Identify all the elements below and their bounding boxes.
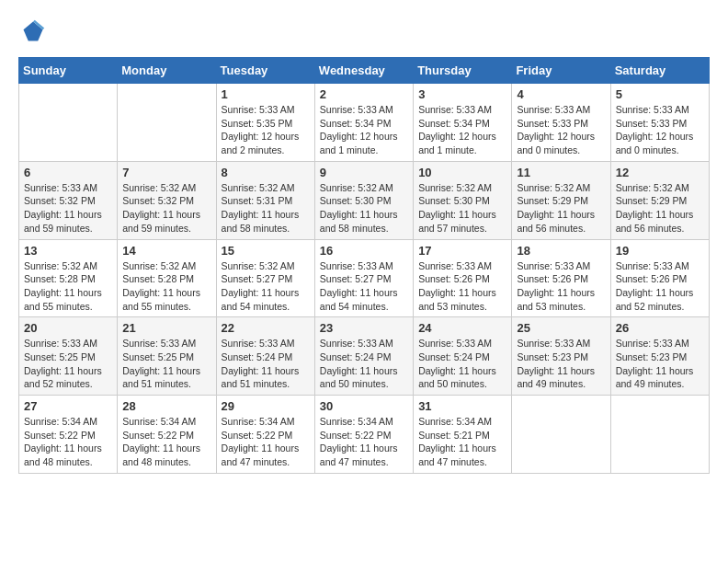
calendar-cell	[118, 84, 216, 162]
day-content: Sunrise: 5:32 AM Sunset: 5:29 PM Dayligh…	[517, 181, 605, 236]
day-content: Sunrise: 5:32 AM Sunset: 5:30 PM Dayligh…	[418, 181, 506, 236]
day-content: Sunrise: 5:34 AM Sunset: 5:22 PM Dayligh…	[320, 415, 408, 469]
week-row-3: 20Sunrise: 5:33 AM Sunset: 5:25 PM Dayli…	[19, 317, 710, 396]
calendar-cell: 24Sunrise: 5:33 AM Sunset: 5:24 PM Dayli…	[414, 317, 512, 396]
day-content: Sunrise: 5:33 AM Sunset: 5:26 PM Dayligh…	[418, 259, 506, 314]
header-cell-friday: Friday	[512, 58, 610, 84]
day-content: Sunrise: 5:33 AM Sunset: 5:33 PM Dayligh…	[517, 103, 605, 157]
day-number: 31	[418, 399, 506, 413]
header-cell-tuesday: Tuesday	[216, 58, 314, 84]
day-number: 23	[320, 321, 408, 335]
day-content: Sunrise: 5:33 AM Sunset: 5:23 PM Dayligh…	[616, 337, 704, 391]
header-cell-monday: Monday	[118, 58, 216, 84]
day-number: 2	[320, 87, 408, 101]
day-content: Sunrise: 5:33 AM Sunset: 5:26 PM Dayligh…	[517, 259, 605, 314]
day-number: 17	[418, 244, 506, 258]
day-content: Sunrise: 5:33 AM Sunset: 5:27 PM Dayligh…	[320, 259, 408, 314]
day-number: 18	[517, 244, 605, 258]
logo	[18, 18, 46, 48]
day-number: 4	[517, 87, 605, 101]
calendar-cell: 10Sunrise: 5:32 AM Sunset: 5:30 PM Dayli…	[414, 161, 512, 239]
calendar-cell: 2Sunrise: 5:33 AM Sunset: 5:34 PM Daylig…	[314, 84, 413, 162]
header-cell-thursday: Thursday	[414, 58, 512, 84]
day-number: 24	[418, 321, 506, 335]
calendar-cell: 30Sunrise: 5:34 AM Sunset: 5:22 PM Dayli…	[314, 396, 413, 474]
page-header	[18, 18, 710, 48]
week-row-4: 27Sunrise: 5:34 AM Sunset: 5:22 PM Dayli…	[19, 396, 710, 474]
day-content: Sunrise: 5:32 AM Sunset: 5:29 PM Dayligh…	[616, 181, 704, 236]
calendar-cell: 25Sunrise: 5:33 AM Sunset: 5:23 PM Dayli…	[512, 317, 610, 396]
calendar-cell: 14Sunrise: 5:32 AM Sunset: 5:28 PM Dayli…	[118, 239, 216, 317]
day-number: 13	[24, 244, 112, 258]
day-number: 10	[418, 166, 506, 179]
calendar-cell	[512, 396, 610, 474]
day-number: 6	[24, 166, 112, 179]
calendar-cell: 27Sunrise: 5:34 AM Sunset: 5:22 PM Dayli…	[19, 396, 118, 474]
calendar-cell: 5Sunrise: 5:33 AM Sunset: 5:33 PM Daylig…	[610, 84, 709, 162]
day-content: Sunrise: 5:34 AM Sunset: 5:22 PM Dayligh…	[222, 415, 310, 469]
calendar-body: 1Sunrise: 5:33 AM Sunset: 5:35 PM Daylig…	[19, 84, 710, 474]
day-number: 16	[320, 244, 408, 258]
day-number: 8	[222, 166, 310, 179]
calendar-cell: 7Sunrise: 5:32 AM Sunset: 5:32 PM Daylig…	[118, 161, 216, 239]
day-number: 3	[418, 87, 506, 101]
day-content: Sunrise: 5:32 AM Sunset: 5:31 PM Dayligh…	[222, 181, 310, 236]
day-content: Sunrise: 5:33 AM Sunset: 5:33 PM Dayligh…	[616, 103, 704, 157]
calendar-cell	[610, 396, 709, 474]
header-row: SundayMondayTuesdayWednesdayThursdayFrid…	[19, 58, 710, 84]
day-content: Sunrise: 5:33 AM Sunset: 5:32 PM Dayligh…	[24, 181, 112, 236]
calendar-cell: 15Sunrise: 5:32 AM Sunset: 5:27 PM Dayli…	[216, 239, 314, 317]
calendar-cell: 4Sunrise: 5:33 AM Sunset: 5:33 PM Daylig…	[512, 84, 610, 162]
day-number: 25	[517, 321, 605, 335]
day-number: 28	[122, 399, 210, 413]
day-content: Sunrise: 5:33 AM Sunset: 5:23 PM Dayligh…	[517, 337, 605, 391]
week-row-0: 1Sunrise: 5:33 AM Sunset: 5:35 PM Daylig…	[19, 84, 710, 162]
calendar-cell: 21Sunrise: 5:33 AM Sunset: 5:25 PM Dayli…	[118, 317, 216, 396]
day-content: Sunrise: 5:32 AM Sunset: 5:32 PM Dayligh…	[122, 181, 210, 236]
calendar-cell: 9Sunrise: 5:32 AM Sunset: 5:30 PM Daylig…	[314, 161, 413, 239]
day-number: 11	[517, 166, 605, 179]
calendar-cell: 13Sunrise: 5:32 AM Sunset: 5:28 PM Dayli…	[19, 239, 118, 317]
day-content: Sunrise: 5:33 AM Sunset: 5:25 PM Dayligh…	[122, 337, 210, 391]
calendar-cell: 29Sunrise: 5:34 AM Sunset: 5:22 PM Dayli…	[216, 396, 314, 474]
day-number: 20	[24, 321, 112, 335]
day-number: 1	[222, 87, 310, 101]
day-number: 26	[616, 321, 704, 335]
day-number: 9	[320, 166, 408, 179]
calendar-cell: 3Sunrise: 5:33 AM Sunset: 5:34 PM Daylig…	[414, 84, 512, 162]
calendar-cell: 11Sunrise: 5:32 AM Sunset: 5:29 PM Dayli…	[512, 161, 610, 239]
header-cell-sunday: Sunday	[19, 58, 118, 84]
day-number: 21	[122, 321, 210, 335]
day-number: 27	[24, 399, 112, 413]
header-cell-saturday: Saturday	[610, 58, 709, 84]
calendar-cell: 31Sunrise: 5:34 AM Sunset: 5:21 PM Dayli…	[414, 396, 512, 474]
header-cell-wednesday: Wednesday	[314, 58, 413, 84]
day-content: Sunrise: 5:33 AM Sunset: 5:24 PM Dayligh…	[418, 337, 506, 391]
day-number: 5	[616, 87, 704, 101]
calendar-cell: 26Sunrise: 5:33 AM Sunset: 5:23 PM Dayli…	[610, 317, 709, 396]
day-content: Sunrise: 5:32 AM Sunset: 5:28 PM Dayligh…	[24, 259, 112, 314]
calendar-cell: 8Sunrise: 5:32 AM Sunset: 5:31 PM Daylig…	[216, 161, 314, 239]
calendar-cell: 16Sunrise: 5:33 AM Sunset: 5:27 PM Dayli…	[314, 239, 413, 317]
calendar-cell: 6Sunrise: 5:33 AM Sunset: 5:32 PM Daylig…	[19, 161, 118, 239]
calendar-cell	[19, 84, 118, 162]
day-number: 12	[616, 166, 704, 179]
day-content: Sunrise: 5:34 AM Sunset: 5:22 PM Dayligh…	[122, 415, 210, 469]
calendar-cell: 28Sunrise: 5:34 AM Sunset: 5:22 PM Dayli…	[118, 396, 216, 474]
day-content: Sunrise: 5:32 AM Sunset: 5:28 PM Dayligh…	[122, 259, 210, 314]
day-content: Sunrise: 5:33 AM Sunset: 5:24 PM Dayligh…	[222, 337, 310, 391]
day-number: 22	[222, 321, 310, 335]
day-content: Sunrise: 5:33 AM Sunset: 5:24 PM Dayligh…	[320, 337, 408, 391]
calendar-cell: 20Sunrise: 5:33 AM Sunset: 5:25 PM Dayli…	[19, 317, 118, 396]
week-row-2: 13Sunrise: 5:32 AM Sunset: 5:28 PM Dayli…	[19, 239, 710, 317]
calendar-table: SundayMondayTuesdayWednesdayThursdayFrid…	[18, 57, 710, 474]
day-content: Sunrise: 5:33 AM Sunset: 5:35 PM Dayligh…	[222, 103, 310, 157]
day-content: Sunrise: 5:34 AM Sunset: 5:22 PM Dayligh…	[24, 415, 112, 469]
day-number: 14	[122, 244, 210, 258]
calendar-cell: 19Sunrise: 5:33 AM Sunset: 5:26 PM Dayli…	[610, 239, 709, 317]
day-content: Sunrise: 5:33 AM Sunset: 5:25 PM Dayligh…	[24, 337, 112, 391]
calendar-cell: 17Sunrise: 5:33 AM Sunset: 5:26 PM Dayli…	[414, 239, 512, 317]
day-content: Sunrise: 5:34 AM Sunset: 5:21 PM Dayligh…	[418, 415, 506, 469]
day-content: Sunrise: 5:32 AM Sunset: 5:27 PM Dayligh…	[222, 259, 310, 314]
day-content: Sunrise: 5:33 AM Sunset: 5:34 PM Dayligh…	[418, 103, 506, 157]
